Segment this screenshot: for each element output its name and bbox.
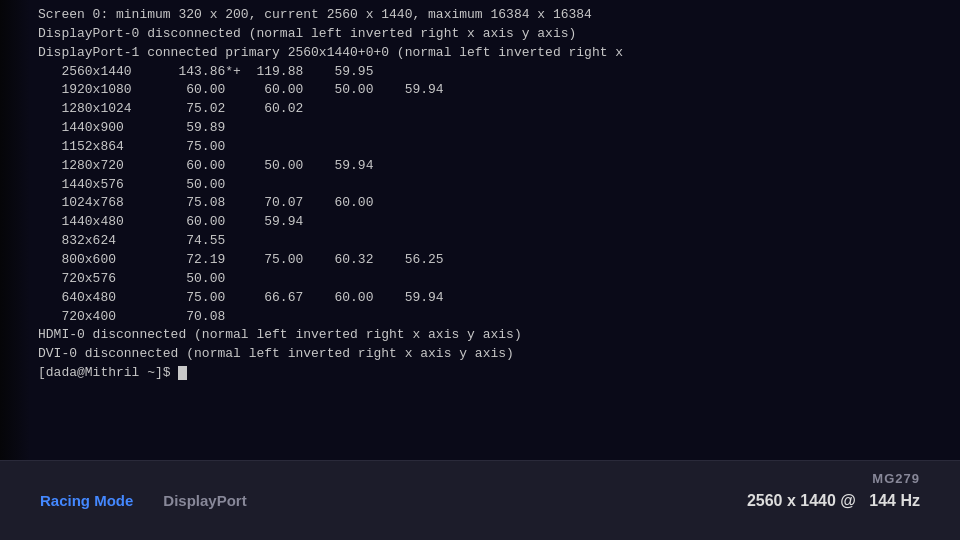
terminal-screen: Screen 0: minimum 320 x 200, current 256…	[30, 0, 960, 460]
osd-resolution-label: 2560 x 1440 @	[747, 492, 856, 509]
osd-refresh-label: 144 Hz	[869, 492, 920, 509]
left-bezel	[0, 0, 30, 460]
osd-items: Racing Mode DisplayPort 2560 x 1440 @ 14…	[40, 492, 920, 510]
osd-bar: MG279 Racing Mode DisplayPort 2560 x 144…	[0, 460, 960, 540]
osd-input[interactable]: DisplayPort	[163, 492, 246, 509]
osd-resolution: 2560 x 1440 @ 144 Hz	[747, 492, 920, 510]
osd-racing-mode[interactable]: Racing Mode	[40, 492, 133, 509]
osd-model: MG279	[872, 471, 920, 486]
terminal-output: Screen 0: minimum 320 x 200, current 256…	[38, 6, 952, 383]
